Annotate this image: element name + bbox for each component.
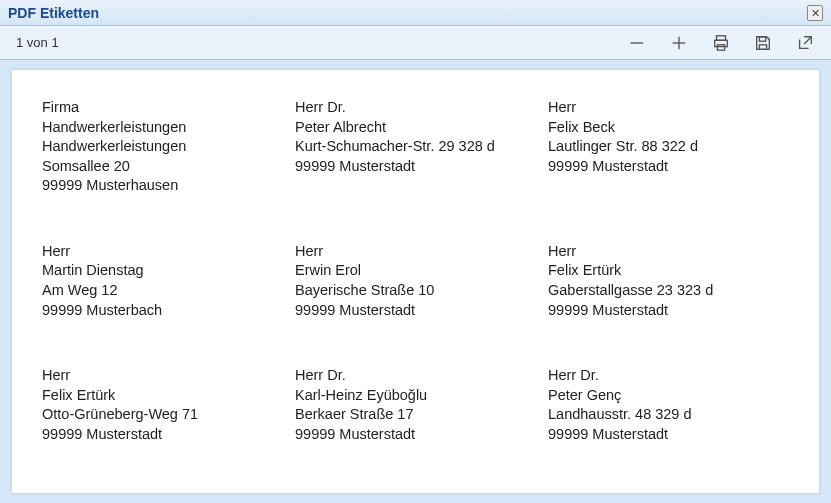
titlebar: PDF Etiketten ✕ [0, 0, 831, 26]
address-label: HerrFelix ErtürkOtto-Grüneberg-Weg 71999… [42, 366, 283, 444]
address-line: Felix Beck [548, 118, 789, 138]
open-external-button[interactable] [795, 33, 815, 53]
address-line: Herr Dr. [295, 98, 536, 118]
address-line: 99999 Musterstadt [548, 157, 789, 177]
address-line: Otto-Grüneberg-Weg 71 [42, 405, 283, 425]
address-line: 99999 Musterstadt [295, 157, 536, 177]
address-line: 99999 Musterstadt [548, 425, 789, 445]
address-line: Karl-Heinz Eyüboğlu [295, 386, 536, 406]
address-line: Herr Dr. [295, 366, 536, 386]
address-line: Handwerkerleistungen [42, 118, 283, 138]
print-button[interactable] [711, 33, 731, 53]
page-indicator: 1 von 1 [16, 35, 59, 50]
address-line: Martin Dienstag [42, 261, 283, 281]
address-line: Kurt-Schumacher-Str. 29 328 d [295, 137, 536, 157]
address-line: Handwerkerleistungen [42, 137, 283, 157]
pdf-page: FirmaHandwerkerleistungenHandwerkerleist… [12, 70, 819, 493]
address-label: Herr Dr.Peter GençLandhausstr. 48 329 d9… [548, 366, 789, 444]
plus-icon [670, 34, 688, 52]
address-line: 99999 Musterstadt [295, 301, 536, 321]
address-line: Herr [42, 242, 283, 262]
address-line: Am Weg 12 [42, 281, 283, 301]
address-line: Peter Albrecht [295, 118, 536, 138]
address-line: Felix Ertürk [548, 261, 789, 281]
address-label: FirmaHandwerkerleistungenHandwerkerleist… [42, 98, 283, 196]
address-label: Herr Dr.Peter AlbrechtKurt-Schumacher-St… [295, 98, 536, 196]
address-line: Firma [42, 98, 283, 118]
toolbar: 1 von 1 [0, 26, 831, 60]
address-line: Bayerische Straße 10 [295, 281, 536, 301]
document-viewport: FirmaHandwerkerleistungenHandwerkerleist… [0, 60, 831, 503]
address-line: Felix Ertürk [42, 386, 283, 406]
address-line: 99999 Musterstadt [548, 301, 789, 321]
svg-line-8 [804, 36, 811, 43]
label-grid: FirmaHandwerkerleistungenHandwerkerleist… [42, 98, 789, 444]
address-line: Herr [42, 366, 283, 386]
toolbar-actions [627, 33, 815, 53]
address-line: Landhausstr. 48 329 d [548, 405, 789, 425]
close-icon: ✕ [811, 7, 820, 19]
minus-icon [628, 34, 646, 52]
external-icon [796, 34, 814, 52]
printer-icon [712, 34, 730, 52]
svg-rect-7 [759, 44, 766, 49]
address-line: 99999 Musterhausen [42, 176, 283, 196]
address-line: Somsallee 20 [42, 157, 283, 177]
address-line: Herr [548, 98, 789, 118]
address-line: Gaberstallgasse 23 323 d [548, 281, 789, 301]
save-icon [754, 34, 772, 52]
zoom-in-button[interactable] [669, 33, 689, 53]
address-line: 99999 Musterstadt [295, 425, 536, 445]
address-label: HerrErwin ErolBayerische Straße 1099999 … [295, 242, 536, 320]
address-label: Herr Dr.Karl-Heinz EyüboğluBerkaer Straß… [295, 366, 536, 444]
address-line: 99999 Musterbach [42, 301, 283, 321]
address-line: Herr [295, 242, 536, 262]
zoom-out-button[interactable] [627, 33, 647, 53]
svg-rect-4 [715, 40, 728, 46]
address-line: Berkaer Straße 17 [295, 405, 536, 425]
window-title: PDF Etiketten [8, 5, 99, 21]
address-label: HerrMartin DienstagAm Weg 1299999 Muster… [42, 242, 283, 320]
save-button[interactable] [753, 33, 773, 53]
address-line: Lautlinger Str. 88 322 d [548, 137, 789, 157]
address-label: HerrFelix BeckLautlinger Str. 88 322 d99… [548, 98, 789, 196]
svg-rect-6 [759, 36, 765, 41]
address-line: Herr Dr. [548, 366, 789, 386]
address-line: Herr [548, 242, 789, 262]
address-line: Peter Genç [548, 386, 789, 406]
address-line: Erwin Erol [295, 261, 536, 281]
address-label: HerrFelix ErtürkGaberstallgasse 23 323 d… [548, 242, 789, 320]
close-button[interactable]: ✕ [807, 5, 823, 21]
svg-rect-5 [717, 44, 724, 49]
address-line: 99999 Musterstadt [42, 425, 283, 445]
